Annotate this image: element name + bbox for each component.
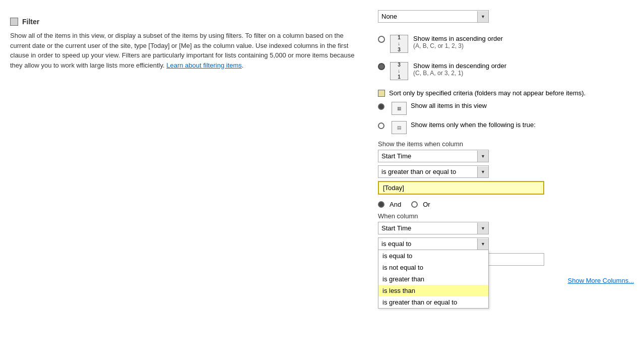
column1-container bbox=[378, 150, 634, 162]
condition1-dropdown-btn[interactable] bbox=[477, 166, 488, 177]
column1-dropdown[interactable] bbox=[378, 150, 489, 162]
column2-dropdown[interactable] bbox=[378, 222, 489, 234]
value1-input[interactable] bbox=[378, 181, 544, 195]
ascending-option: 1↓3 Show items in ascending order (A, B,… bbox=[378, 35, 634, 53]
column2-dropdown-btn[interactable] bbox=[477, 223, 488, 234]
show-all-label: Show all items in this view bbox=[411, 102, 487, 109]
or-radio[interactable] bbox=[411, 201, 418, 208]
condition2-open-dropdown[interactable] bbox=[378, 237, 489, 250]
condition1-container bbox=[378, 165, 634, 178]
when-column-label: When column bbox=[378, 212, 634, 220]
filter-icon bbox=[10, 18, 18, 26]
descending-subtitle: (C, B, A, or 3, 2, 1) bbox=[413, 70, 634, 77]
descending-radio[interactable] bbox=[378, 63, 385, 70]
or-option: Or bbox=[411, 201, 430, 208]
right-panel: 1↓3 Show items in ascending order (A, B,… bbox=[368, 5, 644, 358]
left-panel: Filter Show all of the items in this vie… bbox=[0, 5, 368, 358]
descending-title: Show items in descending order bbox=[413, 62, 634, 70]
show-all-radio[interactable] bbox=[378, 103, 384, 110]
show-when-grid-icon: ▤ bbox=[392, 121, 407, 134]
show-items-when-column-label: Show the items when column bbox=[378, 140, 634, 148]
none-dropdown-btn[interactable] bbox=[477, 11, 488, 22]
option-equal-to[interactable]: is equal to bbox=[378, 250, 488, 262]
filter-title: Filter bbox=[22, 18, 39, 26]
option-not-equal-to[interactable]: is not equal to bbox=[378, 262, 488, 273]
page-container: Filter Show all of the items in this vie… bbox=[0, 0, 644, 363]
and-option: And bbox=[378, 201, 401, 208]
column1-dropdown-btn[interactable] bbox=[477, 151, 488, 162]
option-greater-than[interactable]: is greater than bbox=[378, 273, 488, 285]
condition1-dropdown[interactable] bbox=[378, 165, 489, 178]
show-when-label: Show items only when the following is tr… bbox=[411, 121, 536, 129]
and-or-row: And Or bbox=[378, 201, 634, 208]
filter-description: Show all of the items in this view, or d… bbox=[10, 31, 358, 70]
show-more-link[interactable]: Show More Columns... bbox=[568, 277, 634, 284]
and-label: And bbox=[390, 201, 401, 208]
option-greater-than-or-equal[interactable]: is greater than or equal to bbox=[378, 296, 488, 308]
ascending-radio[interactable] bbox=[378, 36, 385, 43]
or-label: Or bbox=[423, 201, 430, 208]
none-input[interactable] bbox=[378, 11, 477, 22]
show-all-option: ▦ Show all items in this view bbox=[378, 102, 634, 115]
column2-input[interactable] bbox=[378, 222, 477, 234]
column1-input[interactable] bbox=[378, 150, 477, 162]
descending-icon: 3↓1 bbox=[390, 62, 408, 80]
ascending-icon: 1↓3 bbox=[390, 35, 408, 53]
ascending-title: Show items in ascending order bbox=[413, 35, 634, 42]
sort-only-row: Sort only by specified criteria (folders… bbox=[378, 89, 634, 97]
descending-text: Show items in descending order (C, B, A,… bbox=[413, 62, 634, 77]
condition2-dropdown-list: is equal to is not equal to is greater t… bbox=[378, 250, 489, 309]
and-radio[interactable] bbox=[378, 201, 384, 208]
condition1-input[interactable] bbox=[378, 166, 477, 177]
column2-container bbox=[378, 222, 634, 234]
descending-icon-inner: 3↓1 bbox=[398, 62, 401, 80]
sort-only-checkbox[interactable] bbox=[378, 90, 385, 97]
condition2-dropdown-btn[interactable] bbox=[477, 238, 488, 250]
filter-header: Filter bbox=[10, 18, 358, 26]
ascending-icon-inner: 1↓3 bbox=[398, 35, 401, 53]
show-all-grid-icon: ▦ bbox=[392, 102, 407, 115]
show-when-option: ▤ Show items only when the following is … bbox=[378, 121, 634, 134]
ascending-subtitle: (A, B, C, or 1, 2, 3) bbox=[413, 42, 634, 49]
none-dropdown[interactable] bbox=[378, 10, 489, 23]
learn-about-filtering-link[interactable]: Learn about filtering items bbox=[166, 62, 242, 69]
none-row bbox=[378, 10, 634, 26]
condition2-open-container: is equal to is not equal to is greater t… bbox=[378, 237, 489, 250]
condition2-input[interactable] bbox=[378, 238, 477, 250]
show-when-radio[interactable] bbox=[378, 123, 384, 129]
option-less-than[interactable]: is less than bbox=[378, 285, 488, 296]
sort-only-label: Sort only by specified criteria (folders… bbox=[389, 89, 586, 97]
descending-option: 3↓1 Show items in descending order (C, B… bbox=[378, 62, 634, 80]
ascending-text: Show items in ascending order (A, B, C, … bbox=[413, 35, 634, 49]
